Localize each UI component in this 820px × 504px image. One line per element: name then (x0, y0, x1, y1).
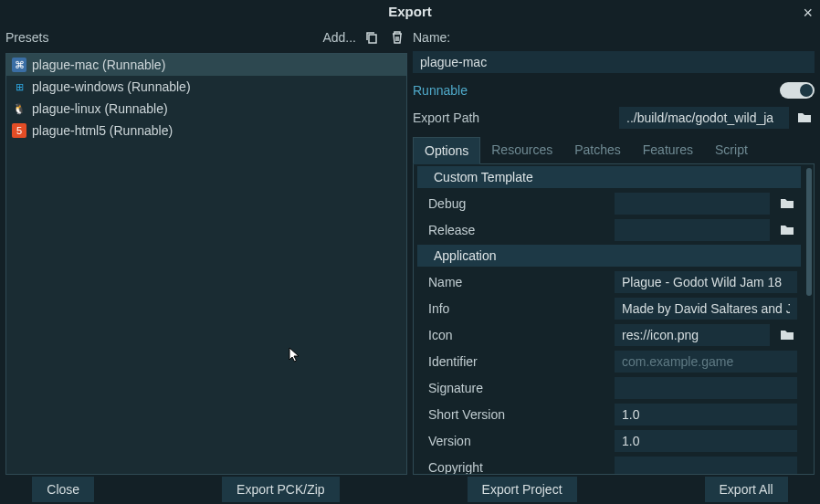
info-label: Info (428, 301, 607, 316)
tab-features[interactable]: Features (632, 137, 704, 163)
icon-prop-label: Icon (428, 328, 607, 342)
folder-icon[interactable] (777, 325, 797, 345)
debug-input[interactable] (615, 193, 770, 215)
scrollbar[interactable] (806, 168, 812, 470)
short-version-label: Short Version (428, 407, 607, 422)
version-input[interactable] (615, 430, 797, 452)
signature-input[interactable] (615, 377, 797, 399)
preset-item-windows[interactable]: ⊞ plague-windows (Runnable) (6, 76, 406, 98)
copyright-input[interactable] (615, 457, 797, 475)
export-pck-button[interactable]: Export PCK/Zip (222, 477, 339, 502)
runnable-toggle[interactable] (780, 82, 815, 99)
export-all-button[interactable]: Export All (705, 477, 788, 502)
close-icon[interactable]: × (803, 4, 813, 23)
window-title: Export (388, 4, 432, 19)
app-name-input[interactable] (615, 271, 797, 293)
linux-icon: 🐧 (12, 101, 26, 116)
tabs: Options Resources Patches Features Scrip… (413, 137, 815, 164)
version-label: Version (428, 434, 607, 448)
folder-icon[interactable] (777, 220, 797, 240)
html5-icon: 5 (12, 123, 26, 138)
folder-icon[interactable] (777, 194, 797, 214)
icon-input[interactable] (615, 324, 770, 346)
release-label: Release (428, 223, 607, 237)
mac-icon: ⌘ (12, 58, 26, 72)
preset-label: plague-mac (Runnable) (32, 58, 165, 72)
add-preset-button[interactable]: Add... (322, 30, 356, 45)
close-button[interactable]: Close (32, 477, 94, 502)
release-input[interactable] (615, 219, 770, 241)
identifier-input[interactable] (615, 351, 797, 373)
runnable-label: Runnable (413, 83, 468, 98)
export-project-button[interactable]: Export Project (468, 477, 577, 502)
preset-label: plague-linux (Runnable) (32, 101, 168, 116)
preset-label: plague-windows (Runnable) (32, 79, 191, 94)
export-path-label: Export Path (413, 110, 479, 125)
copy-icon[interactable] (362, 27, 382, 47)
section-application[interactable]: Application (417, 245, 801, 267)
preset-item-mac[interactable]: ⌘ plague-mac (Runnable) (6, 54, 406, 76)
options-panel: Custom Template Debug Release Applicatio… (413, 164, 815, 475)
preset-label: plague-html5 (Runnable) (32, 123, 173, 138)
name-label: Name: (413, 30, 450, 45)
tab-patches[interactable]: Patches (563, 137, 632, 163)
tab-options[interactable]: Options (413, 137, 480, 164)
tab-resources[interactable]: Resources (480, 137, 563, 163)
svg-rect-0 (369, 35, 376, 43)
signature-label: Signature (428, 381, 607, 395)
identifier-label: Identifier (428, 354, 607, 369)
title-bar: Export × (0, 0, 820, 24)
footer: Close Export PCK/Zip Export Project Expo… (0, 475, 820, 504)
preset-item-linux[interactable]: 🐧 plague-linux (Runnable) (6, 98, 406, 120)
name-input[interactable] (413, 51, 815, 73)
delete-icon[interactable] (387, 27, 407, 47)
copyright-label: Copyright (428, 460, 607, 475)
folder-icon[interactable] (794, 108, 815, 128)
app-name-label: Name (428, 275, 607, 289)
presets-label: Presets (5, 30, 48, 45)
section-custom-template[interactable]: Custom Template (417, 166, 801, 188)
short-version-input[interactable] (615, 404, 797, 425)
debug-label: Debug (428, 196, 607, 211)
export-path-input[interactable] (619, 107, 789, 129)
info-input[interactable] (615, 298, 797, 320)
tab-script[interactable]: Script (704, 137, 759, 163)
preset-list: ⌘ plague-mac (Runnable) ⊞ plague-windows… (5, 53, 407, 475)
preset-item-html5[interactable]: 5 plague-html5 (Runnable) (6, 120, 406, 142)
windows-icon: ⊞ (12, 79, 26, 94)
